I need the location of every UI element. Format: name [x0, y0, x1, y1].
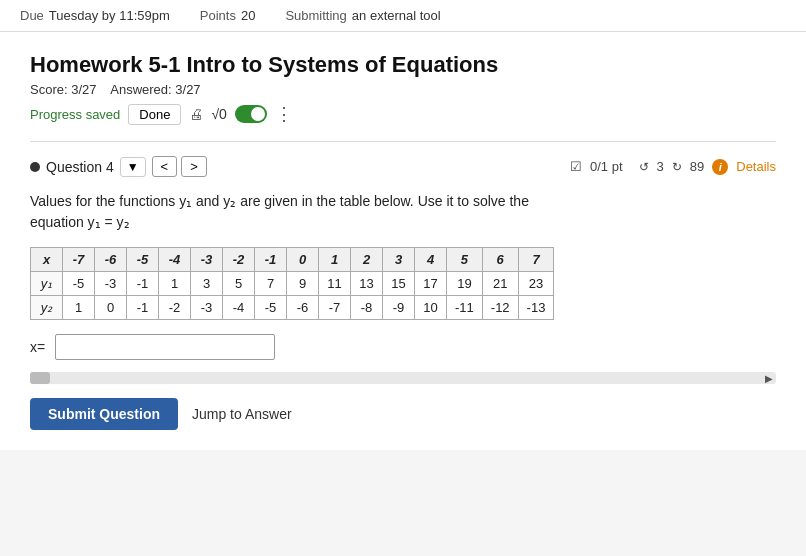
sqrt-icon: √0 — [211, 106, 226, 122]
homework-title: Homework 5-1 Intro to Systems of Equatio… — [30, 52, 776, 78]
table-cell: 15 — [383, 272, 415, 296]
table-cell: -7 — [319, 296, 351, 320]
table-cell: -5 — [63, 272, 95, 296]
table-cell: -8 — [351, 296, 383, 320]
retry-icon[interactable]: ↺ — [639, 160, 649, 174]
table-cell: x — [31, 248, 63, 272]
table-cell: -6 — [287, 296, 319, 320]
table-cell: -3 — [191, 296, 223, 320]
question-dot-icon — [30, 162, 40, 172]
check-icon: ☑ — [570, 159, 582, 174]
question-nav-right: ☑ 0/1 pt ↺ 3 ↻ 89 i Details — [570, 159, 776, 175]
table-row: y₂10-1-2-3-4-5-6-7-8-910-11-12-13 — [31, 296, 554, 320]
submitting-value: an external tool — [352, 8, 441, 23]
table-cell: 7 — [518, 248, 554, 272]
done-button[interactable]: Done — [128, 104, 181, 125]
table-row: x-7-6-5-4-3-2-101234567 — [31, 248, 554, 272]
reload-count: 89 — [690, 159, 704, 174]
progress-saved-text: Progress saved — [30, 107, 120, 122]
divider — [30, 141, 776, 142]
table-cell: -9 — [383, 296, 415, 320]
scrollbar-area[interactable]: ▶ — [30, 372, 776, 384]
points-item: Points 20 — [200, 8, 256, 23]
print-icon[interactable]: 🖨 — [189, 106, 203, 122]
table-cell: y₂ — [31, 296, 63, 320]
table-cell: 13 — [351, 272, 383, 296]
table-cell: 7 — [255, 272, 287, 296]
table-cell: 5 — [223, 272, 255, 296]
x-input[interactable] — [55, 334, 275, 360]
data-table: x-7-6-5-4-3-2-101234567y₁-5-3-1135791113… — [30, 247, 554, 320]
retry-count: 3 — [657, 159, 664, 174]
table-cell: -12 — [482, 296, 518, 320]
table-cell: -4 — [159, 248, 191, 272]
answered-label: Answered: — [110, 82, 171, 97]
table-cell: -3 — [95, 272, 127, 296]
table-cell: 17 — [415, 272, 447, 296]
question-nav-left: Question 4 ▼ < > — [30, 156, 207, 177]
prev-question-button[interactable]: < — [152, 156, 178, 177]
main-content: Homework 5-1 Intro to Systems of Equatio… — [0, 32, 806, 450]
table-cell: 1 — [319, 248, 351, 272]
table-cell: 19 — [447, 272, 483, 296]
submitting-label: Submitting — [285, 8, 346, 23]
table-cell: -5 — [127, 248, 159, 272]
score-line: Score: 3/27 Answered: 3/27 — [30, 82, 776, 97]
table-cell: -4 — [223, 296, 255, 320]
info-icon[interactable]: i — [712, 159, 728, 175]
table-cell: -11 — [447, 296, 483, 320]
scrollbar-right-arrow[interactable]: ▶ — [762, 372, 776, 384]
due-item: Due Tuesday by 11:59pm — [20, 8, 170, 23]
question-label: Question 4 — [46, 159, 114, 175]
table-cell: -7 — [63, 248, 95, 272]
more-options-icon[interactable]: ⋮ — [275, 103, 294, 125]
table-cell: -1 — [127, 272, 159, 296]
table-cell: y₁ — [31, 272, 63, 296]
answered-value: 3/27 — [175, 82, 200, 97]
table-cell: 2 — [351, 248, 383, 272]
x-equals-label: x= — [30, 339, 45, 355]
scrollbar-thumb[interactable] — [30, 372, 50, 384]
table-cell: -13 — [518, 296, 554, 320]
points-value: 20 — [241, 8, 255, 23]
table-cell: 4 — [415, 248, 447, 272]
progress-row: Progress saved Done 🖨 √0 ⋮ — [30, 103, 776, 125]
points-label: Points — [200, 8, 236, 23]
nav-arrows: < > — [152, 156, 207, 177]
question-dropdown[interactable]: ▼ — [120, 157, 146, 177]
score-label: Score: — [30, 82, 68, 97]
table-cell: -1 — [127, 296, 159, 320]
table-cell: -6 — [95, 248, 127, 272]
table-cell: 3 — [383, 248, 415, 272]
table-cell: 0 — [287, 248, 319, 272]
table-cell: 5 — [447, 248, 483, 272]
table-cell: 10 — [415, 296, 447, 320]
due-label: Due — [20, 8, 44, 23]
table-cell: 21 — [482, 272, 518, 296]
question-nav: Question 4 ▼ < > ☑ 0/1 pt ↺ 3 ↻ 89 i Det… — [30, 156, 776, 177]
table-cell: 0 — [95, 296, 127, 320]
toggle-switch[interactable] — [235, 105, 267, 123]
submit-question-button[interactable]: Submit Question — [30, 398, 178, 430]
table-cell: -2 — [159, 296, 191, 320]
reload-icon[interactable]: ↻ — [672, 160, 682, 174]
submitting-item: Submitting an external tool — [285, 8, 440, 23]
answer-row: x= — [30, 334, 776, 360]
table-cell: -5 — [255, 296, 287, 320]
question-text-line2: equation y₁ = y₂ — [30, 214, 130, 230]
details-link[interactable]: Details — [736, 159, 776, 174]
points-display: 0/1 pt — [590, 159, 623, 174]
due-value: Tuesday by 11:59pm — [49, 8, 170, 23]
next-question-button[interactable]: > — [181, 156, 207, 177]
table-cell: -1 — [255, 248, 287, 272]
question-body: Values for the functions y₁ and y₂ are g… — [30, 191, 776, 233]
table-cell: 3 — [191, 272, 223, 296]
table-cell: 9 — [287, 272, 319, 296]
table-cell: 6 — [482, 248, 518, 272]
score-value: 3/27 — [71, 82, 96, 97]
jump-to-answer-button[interactable]: Jump to Answer — [192, 406, 292, 422]
table-row: y₁-5-3-11357911131517192123 — [31, 272, 554, 296]
top-bar: Due Tuesday by 11:59pm Points 20 Submitt… — [0, 0, 806, 32]
table-cell: -2 — [223, 248, 255, 272]
table-cell: 1 — [63, 296, 95, 320]
